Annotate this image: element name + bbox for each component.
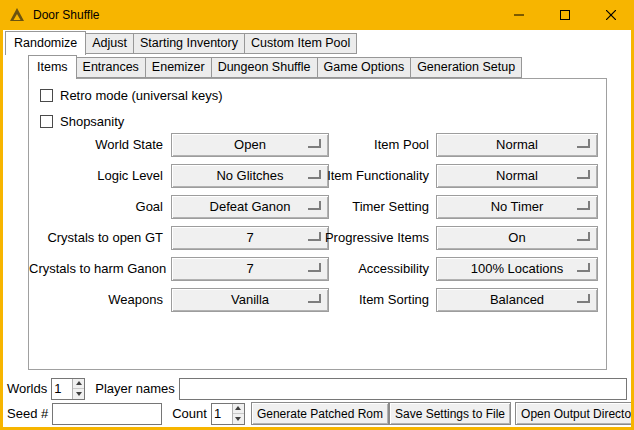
outer-tab-bar: Randomize Adjust Starting Inventory Cust… [5, 32, 357, 54]
maximize-button[interactable] [542, 0, 588, 30]
count-spinbox[interactable] [211, 403, 245, 425]
worlds-spinbox[interactable] [51, 378, 85, 400]
crystals-open-gt-label: Crystals to open GT [29, 226, 163, 250]
window-controls [496, 0, 634, 30]
tab-dungeon-shuffle[interactable]: Dungeon Shuffle [211, 57, 318, 78]
shopsanity-checkbox[interactable]: Shopsanity [40, 113, 124, 129]
tab-items[interactable]: Items [28, 55, 77, 79]
spin-buttons [72, 379, 84, 399]
crystals-harm-ganon-label: Crystals to harm Ganon [29, 257, 163, 281]
player-names-label: Player names [95, 381, 174, 396]
window-title: Door Shuffle [33, 8, 100, 22]
tab-adjust[interactable]: Adjust [85, 33, 134, 54]
seed-row: Seed # Count Generate Patched Rom Save S… [7, 402, 627, 425]
triangle-down-icon [76, 392, 82, 396]
spin-down-button[interactable] [233, 413, 244, 424]
seed-label: Seed # [7, 406, 48, 421]
dropdown-value: Balanced [437, 289, 597, 311]
items-pane: Retro mode (universal keys) Shopsanity W… [28, 78, 607, 370]
dropdown-value: No Timer [437, 196, 597, 218]
shopsanity-label: Shopsanity [60, 114, 124, 129]
worlds-row: Worlds Player names [7, 377, 627, 400]
form-row: Crystals to harm Ganon 7 Accessibility 1… [29, 257, 606, 281]
item-sorting-label: Item Sorting [265, 288, 429, 312]
minimize-icon [514, 10, 524, 20]
count-value-input[interactable] [212, 404, 232, 424]
tab-randomize[interactable]: Randomize [5, 31, 86, 55]
spin-up-button[interactable] [233, 404, 244, 414]
form-row: World State Open Item Pool Normal [29, 133, 606, 157]
triangle-down-icon [235, 417, 241, 421]
count-label: Count [172, 406, 207, 421]
timer-setting-label: Timer Setting [265, 195, 429, 219]
item-pool-label: Item Pool [265, 133, 429, 157]
dropdown-indicator-icon [577, 201, 590, 210]
item-functionality-label: Item Functionality [265, 164, 429, 188]
dropdown-indicator-icon [577, 263, 590, 272]
open-output-directory-button[interactable]: Open Output Directory [515, 402, 631, 425]
spin-up-button[interactable] [73, 379, 84, 389]
dropdown-indicator-icon [577, 294, 590, 303]
maximize-icon [560, 10, 570, 20]
weapons-label: Weapons [29, 288, 163, 312]
dropdown-value: On [437, 227, 597, 249]
world-state-label: World State [29, 133, 163, 157]
spin-buttons [232, 404, 244, 424]
retro-mode-label: Retro mode (universal keys) [60, 88, 223, 103]
tab-generation-setup[interactable]: Generation Setup [410, 57, 522, 78]
triangle-up-icon [235, 406, 241, 410]
checkbox-box-icon[interactable] [40, 89, 53, 102]
dropdown-value: 100% Locations [437, 258, 597, 280]
minimize-button[interactable] [496, 0, 542, 30]
form-row: Logic Level No Glitches Item Functionali… [29, 164, 606, 188]
tab-game-options[interactable]: Game Options [317, 57, 412, 78]
item-sorting-dropdown[interactable]: Balanced [436, 288, 598, 312]
inner-notebook: Items Entrances Enemizer Dungeon Shuffle… [28, 57, 607, 370]
app-icon [9, 7, 25, 23]
app-window: Door Shuffle Randomize Adjust Starting I… [0, 0, 634, 430]
form-row: Goal Defeat Ganon Timer Setting No Timer [29, 195, 606, 219]
checkbox-box-icon[interactable] [40, 115, 53, 128]
worlds-value-input[interactable] [52, 379, 72, 399]
accessibility-dropdown[interactable]: 100% Locations [436, 257, 598, 281]
spin-down-button[interactable] [73, 388, 84, 399]
retro-mode-checkbox[interactable]: Retro mode (universal keys) [40, 87, 223, 103]
close-icon [606, 10, 616, 20]
inner-tab-bar: Items Entrances Enemizer Dungeon Shuffle… [28, 57, 607, 78]
item-functionality-dropdown[interactable]: Normal [436, 164, 598, 188]
goal-label: Goal [29, 195, 163, 219]
generate-patched-rom-button[interactable]: Generate Patched Rom [251, 402, 389, 425]
client-area: Randomize Adjust Starting Inventory Cust… [3, 30, 631, 427]
tab-starting-inventory[interactable]: Starting Inventory [133, 33, 245, 54]
form-row: Weapons Vanilla Item Sorting Balanced [29, 288, 606, 312]
logic-level-label: Logic Level [29, 164, 163, 188]
form-row: Crystals to open GT 7 Progressive Items … [29, 226, 606, 250]
worlds-label: Worlds [7, 381, 47, 396]
triangle-up-icon [76, 381, 82, 385]
dropdown-value: Normal [437, 165, 597, 187]
player-names-input[interactable] [179, 378, 627, 400]
progressive-items-label: Progressive Items [265, 226, 429, 250]
progressive-items-dropdown[interactable]: On [436, 226, 598, 250]
tab-enemizer[interactable]: Enemizer [145, 57, 212, 78]
seed-input[interactable] [52, 403, 162, 425]
dropdown-indicator-icon [577, 232, 590, 241]
item-pool-dropdown[interactable]: Normal [436, 133, 598, 157]
close-button[interactable] [588, 0, 634, 30]
timer-setting-dropdown[interactable]: No Timer [436, 195, 598, 219]
save-settings-button[interactable]: Save Settings to File [389, 402, 511, 425]
dropdown-indicator-icon [577, 170, 590, 179]
tab-entrances[interactable]: Entrances [76, 57, 146, 78]
tab-custom-item-pool[interactable]: Custom Item Pool [244, 33, 357, 54]
dropdown-value: Normal [437, 134, 597, 156]
titlebar: Door Shuffle [0, 0, 634, 30]
dropdown-indicator-icon [577, 139, 590, 148]
accessibility-label: Accessibility [265, 257, 429, 281]
